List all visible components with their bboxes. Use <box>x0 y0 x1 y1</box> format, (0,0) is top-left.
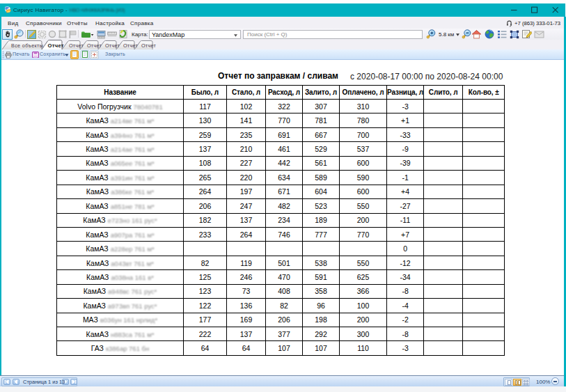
svg-text:Отчет: Отчет <box>48 42 64 49</box>
svg-text:Все объекты: Все объекты <box>11 42 43 49</box>
svg-text:Отчет: Отчет <box>87 42 102 49</box>
svg-text:Отчет: Отчет <box>105 42 120 49</box>
svg-text:Отчет: Отчет <box>69 42 84 49</box>
svg-text:Отчет: Отчет <box>141 42 156 49</box>
svg-text:Отчет: Отчет <box>123 42 138 49</box>
